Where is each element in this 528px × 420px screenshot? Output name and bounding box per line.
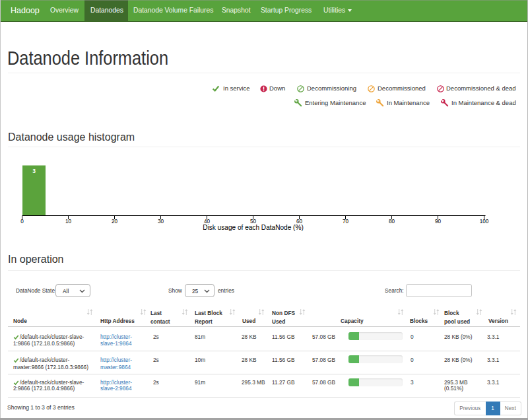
svg-text:80: 80 [389, 219, 395, 225]
svg-text:3: 3 [32, 168, 36, 174]
svg-text:20: 20 [112, 219, 118, 225]
svg-text:Disk usage of each DataNode (%: Disk usage of each DataNode (%) [203, 224, 304, 231]
svg-text:90: 90 [435, 219, 442, 225]
svg-text:0: 0 [20, 219, 24, 225]
svg-text:70: 70 [343, 219, 349, 225]
svg-text:100: 100 [480, 219, 489, 225]
svg-text:10: 10 [65, 219, 72, 225]
svg-text:30: 30 [158, 219, 164, 225]
